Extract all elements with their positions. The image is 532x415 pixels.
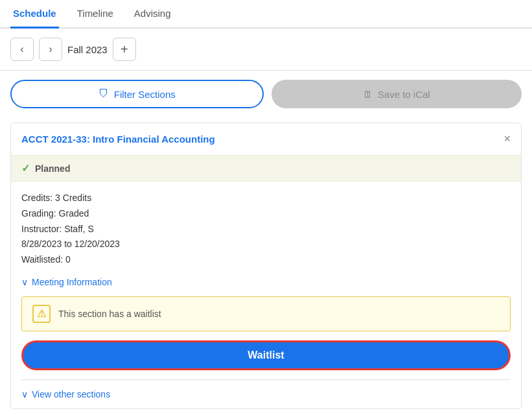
instructor-field: Instructor: Staff, S: [21, 222, 511, 237]
save-to-ical-label: Save to iCal: [378, 89, 430, 100]
next-term-button[interactable]: ›: [39, 38, 62, 61]
calendar-icon: 🗓: [363, 89, 373, 100]
planned-banner: ✓ Planned: [11, 155, 521, 182]
grading-field: Grading: Graded: [21, 206, 511, 222]
waitlist-button-wrap: Waitlist: [11, 331, 521, 379]
planned-status: Planned: [35, 163, 70, 174]
view-other-sections-link[interactable]: ∨ View other sections: [11, 380, 521, 409]
waitlist-warning-banner: ⚠ This section has a waitlist: [21, 296, 511, 331]
close-icon[interactable]: ×: [503, 132, 511, 146]
check-icon: ✓: [21, 162, 30, 174]
chevron-down-icon-sections: ∨: [21, 389, 28, 399]
tab-schedule[interactable]: Schedule: [10, 0, 59, 29]
save-to-ical-button[interactable]: 🗓 Save to iCal: [272, 80, 522, 108]
action-row: ⛉ Filter Sections 🗓 Save to iCal: [0, 71, 532, 117]
plus-icon: +: [121, 42, 128, 57]
course-title-link[interactable]: ACCT 2021-33: Intro Financial Accounting: [21, 134, 215, 145]
term-label: Fall 2023: [67, 44, 108, 55]
waitlist-button-label: Waitlist: [248, 350, 284, 361]
add-term-button[interactable]: +: [113, 38, 136, 61]
warning-triangle-icon: ⚠: [32, 305, 51, 323]
term-row: ‹ › Fall 2023 +: [0, 29, 532, 71]
course-header: ACCT 2021-33: Intro Financial Accounting…: [11, 123, 521, 155]
course-card: ACCT 2021-33: Intro Financial Accounting…: [10, 123, 522, 409]
filter-icon: ⛉: [98, 88, 109, 100]
waitlisted-field: Waitlisted: 0: [21, 252, 511, 268]
tab-advising[interactable]: Advising: [132, 0, 174, 29]
chevron-down-icon: ∨: [21, 277, 28, 287]
chevron-left-icon: ‹: [20, 43, 23, 55]
credits-field: Credits: 3 Credits: [21, 191, 511, 206]
meeting-information-link[interactable]: ∨ Meeting Information: [11, 277, 521, 296]
prev-term-button[interactable]: ‹: [10, 38, 34, 61]
filter-sections-button[interactable]: ⛉ Filter Sections: [10, 80, 264, 108]
nav-tabs: Schedule Timeline Advising: [0, 0, 532, 29]
filter-sections-label: Filter Sections: [114, 89, 176, 100]
waitlist-button[interactable]: Waitlist: [21, 340, 511, 370]
waitlist-warning-text: This section has a waitlist: [58, 309, 161, 319]
chevron-right-icon: ›: [49, 43, 52, 55]
tab-timeline[interactable]: Timeline: [75, 0, 116, 29]
view-sections-label: View other sections: [32, 389, 110, 399]
course-details: Credits: 3 Credits Grading: Graded Instr…: [11, 182, 521, 277]
meeting-info-label: Meeting Information: [32, 277, 112, 287]
dates-field: 8/28/2023 to 12/20/2023: [21, 237, 511, 252]
